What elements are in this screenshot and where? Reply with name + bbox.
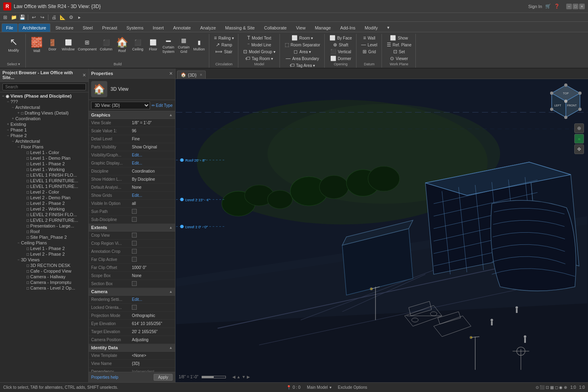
tab-massing[interactable]: Massing & Site xyxy=(221,23,259,32)
vertical-button[interactable]: ⬛ Vertical xyxy=(329,48,353,55)
sub-discipline-checkbox[interactable] xyxy=(132,217,137,222)
tree-coordination[interactable]: + Coordination xyxy=(0,116,88,121)
show-workplane-button[interactable]: ⬜ Show xyxy=(388,35,409,41)
close-button[interactable]: × xyxy=(579,4,585,9)
column-button[interactable]: ⬛ Column xyxy=(99,37,114,52)
tab-view[interactable]: View xyxy=(292,23,310,32)
area-button[interactable]: ◻ Area ▾ xyxy=(292,48,313,55)
tab-manage[interactable]: Manage xyxy=(311,23,336,32)
tab-collaborate[interactable]: Collaborate xyxy=(260,23,291,32)
tree-l1-color[interactable]: + □ Level 1 - Color xyxy=(0,150,88,155)
toggle-coord[interactable]: + xyxy=(10,117,15,121)
model-dropdown-arrow[interactable]: ▾ xyxy=(329,385,332,390)
orbit-button[interactable]: ○ xyxy=(574,134,584,144)
tree-l1-phase2[interactable]: + □ Level 1 - Phase 2 xyxy=(0,161,88,167)
project-browser-close-button[interactable]: × xyxy=(83,72,86,78)
toggle-ceiling[interactable]: − xyxy=(16,241,21,245)
search-input[interactable] xyxy=(2,83,86,90)
tab-systems[interactable]: Systems xyxy=(122,23,148,32)
annotation-crop-checkbox[interactable] xyxy=(132,249,137,254)
level-button[interactable]: — Level xyxy=(360,42,379,48)
toggle-existing[interactable]: + xyxy=(6,122,10,126)
tree-camera-hallway[interactable]: + □ Camera - Hallway xyxy=(0,274,88,279)
dormer-button[interactable]: ⬜ Dormer xyxy=(329,55,353,62)
cart-icon[interactable]: 🛒 xyxy=(545,4,551,9)
tree-existing[interactable]: + Existing xyxy=(0,121,88,127)
toggle-phase2[interactable]: − xyxy=(6,133,10,138)
tree-l2-phase2[interactable]: + □ Level 2 - Phase 2 xyxy=(0,200,88,206)
floor-button[interactable]: ⬜ Floor xyxy=(146,37,161,52)
extents-section-header[interactable]: Extents ▲ xyxy=(89,224,175,231)
qa-redo-button[interactable]: ↪ xyxy=(39,14,46,21)
tree-drafting-views[interactable]: + □ Drafting Views (Detail) xyxy=(0,110,88,116)
toggle-phase1[interactable]: − xyxy=(6,128,10,132)
ceiling-button[interactable]: ⬛ Ceiling xyxy=(131,37,145,52)
tab-modify[interactable]: Modify xyxy=(360,23,382,32)
tree-l1-furn2[interactable]: + □ LEVEL 1 FURNITURE... xyxy=(0,183,88,189)
tree-l1-working[interactable]: + □ Level 1 - Working xyxy=(0,167,88,172)
tree-views-root[interactable]: − ◉ Views (Phase and Discipline) xyxy=(0,93,88,99)
minimize-button[interactable]: − xyxy=(566,4,572,9)
toggle-views-root[interactable]: − xyxy=(1,94,6,98)
modify-button[interactable]: ↖ Modify xyxy=(6,35,21,54)
tree-l2-color[interactable]: + □ Level 2 - Color xyxy=(0,189,88,195)
qa-measure-button[interactable]: 📐 xyxy=(59,14,66,21)
tree-roof[interactable]: + □ Roof xyxy=(0,229,88,234)
qa-open-button[interactable]: 📁 xyxy=(10,14,17,21)
tree-camera-l2[interactable]: + □ Camera - Level 2 Op... xyxy=(0,285,88,291)
area-boundary-button[interactable]: — Area Boundary xyxy=(284,55,321,62)
ramp-button[interactable]: ↗ Ramp xyxy=(214,42,234,48)
crop-view-checkbox[interactable] xyxy=(132,233,137,238)
tree-l1-finish[interactable]: + □ LEVEL 1 FINISH FLO... xyxy=(0,172,88,178)
qa-print-button[interactable]: 🖨 xyxy=(50,14,58,21)
room-button[interactable]: ⬜ Room ▾ xyxy=(290,35,315,41)
vis-graphics-value[interactable]: Edit... xyxy=(132,153,173,157)
component-button[interactable]: ⊞ Component xyxy=(77,37,98,52)
tree-ceil-l2[interactable]: + □ Level 2 - Phase 2 xyxy=(0,251,88,257)
properties-close-button[interactable]: × xyxy=(169,70,173,77)
qa-settings-button[interactable]: ⚙ xyxy=(67,14,75,21)
model-line-button[interactable]: ⁻ Model Line xyxy=(246,42,273,48)
camera-section-header[interactable]: Camera ▲ xyxy=(89,288,175,296)
qa-new-button[interactable]: ⊞ xyxy=(2,14,9,21)
room-separator-button[interactable]: ⬚ Room Separator xyxy=(283,42,322,48)
tree-3d-reception[interactable]: + □ 3D REСTION DESK xyxy=(0,263,88,268)
toggle-drafting[interactable]: + xyxy=(16,111,21,115)
toggle-floor-plans[interactable]: − xyxy=(16,145,21,149)
tree-ceil-l1[interactable]: + □ Level 1 - Phase 2 xyxy=(0,246,88,251)
sign-in-button[interactable]: Sign In xyxy=(528,4,542,9)
far-clip-checkbox[interactable] xyxy=(132,257,137,262)
tree-arch-1[interactable]: − Architectural xyxy=(0,104,88,110)
locked-orient-checkbox[interactable] xyxy=(132,305,137,310)
tree-l1-furn1[interactable]: + □ LEVEL 1 FURNITURE... xyxy=(0,178,88,183)
sun-path-checkbox[interactable] xyxy=(132,209,137,214)
edit-type-button[interactable]: ✏ Edit Type xyxy=(152,103,173,108)
tab-addins[interactable]: Add-Ins xyxy=(336,23,360,32)
section-box-checkbox[interactable] xyxy=(132,281,137,286)
graphics-section-header[interactable]: Graphics ▲ xyxy=(89,111,175,119)
datum-wall-button[interactable]: ≡ Wall xyxy=(362,35,377,41)
help-icon[interactable]: ❓ xyxy=(554,4,560,9)
tree-cafe[interactable]: + □ Cafe - Cropped View xyxy=(0,268,88,274)
crop-region-checkbox[interactable] xyxy=(132,241,137,246)
tab-precast[interactable]: Precast xyxy=(98,23,121,32)
view-canvas[interactable]: Roof 20' - 8" Level 2 13' - 4" Level 1 0… xyxy=(175,79,588,382)
qa-undo-button[interactable]: ↩ xyxy=(30,14,38,21)
shaft-button[interactable]: ⊕ Shaft xyxy=(332,42,350,48)
view-tab-3d[interactable]: 🏠 {3D} × xyxy=(177,71,206,79)
tree-phase2[interactable]: − Phase 2 xyxy=(0,133,88,138)
tree-l2-furn[interactable]: + □ LEVEL 2 FURNITURE... xyxy=(0,217,88,223)
tree-l1-demo[interactable]: + □ Level 1 - Demo Plan xyxy=(0,155,88,161)
zoom-in-button[interactable]: ⊕ xyxy=(574,123,584,133)
tree-camera-impromptu[interactable]: + □ Camera - Impromptu xyxy=(0,279,88,285)
tree-l2-demo[interactable]: + □ Level 2 - Demo Plan xyxy=(0,195,88,200)
tab-steel[interactable]: Steel xyxy=(78,23,97,32)
toggle-arch-1[interactable]: − xyxy=(10,105,15,109)
tree-presentation[interactable]: + □ Presentation - Large... xyxy=(0,223,88,229)
railing-button[interactable]: ≡ Railing ▾ xyxy=(213,35,236,41)
rendering-settings-value[interactable]: Edit... xyxy=(132,297,173,302)
tree-unknown[interactable]: − ??? xyxy=(0,99,88,104)
grid-button[interactable]: ⊞ Grid xyxy=(361,48,377,55)
qa-play-button[interactable]: ▸ xyxy=(76,14,83,21)
viewer-button[interactable]: ⊙ Viewer xyxy=(388,55,409,62)
